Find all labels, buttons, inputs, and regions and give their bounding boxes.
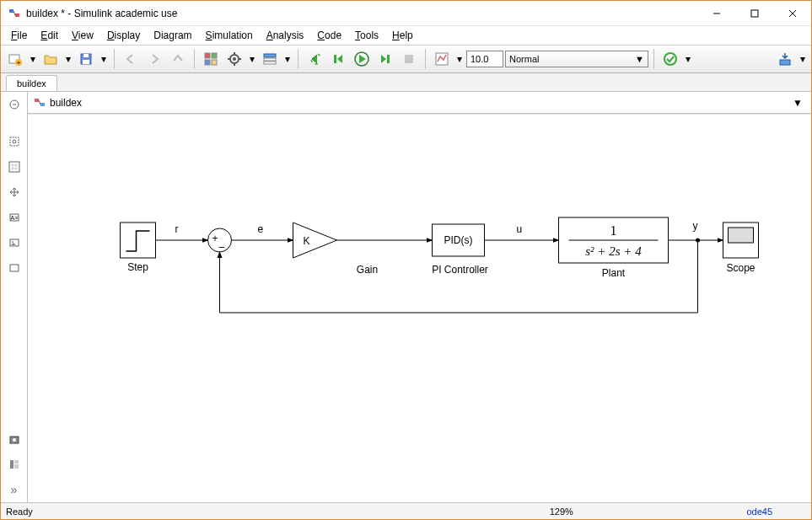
zoom-button[interactable] [5,158,24,176]
open-button[interactable] [40,48,62,70]
stop-time-input[interactable] [466,51,503,67]
step-back-button[interactable] [304,48,325,70]
model-canvas[interactable]: Step + – K Gain PID(s) [28,114,811,502]
nav-hide-button[interactable] [5,95,24,114]
menu-analysis[interactable]: Analysis [260,28,311,43]
svg-rect-36 [9,162,19,172]
area-button[interactable] [5,259,24,277]
minimize-button[interactable] [697,1,735,25]
solver-label[interactable]: ode45 [746,507,772,517]
forward-button[interactable] [143,48,165,70]
svg-text:Scope: Scope [726,262,755,274]
svg-text:+: + [17,59,21,67]
run-button[interactable] [351,48,373,70]
new-dropdown[interactable]: ▾ [28,48,38,70]
maximize-button[interactable] [735,1,773,25]
build-dropdown[interactable]: ▾ [798,48,808,70]
block-pid[interactable]: PID(s) PI Controller [432,224,488,276]
screenshot-button[interactable] [5,430,24,448]
menu-diagram[interactable]: Diagram [147,28,198,43]
breadcrumb-model[interactable]: buildex [50,97,82,109]
save-button[interactable] [75,48,97,70]
explorer-dropdown[interactable]: ▾ [282,48,293,70]
window-controls [697,1,811,25]
menu-view[interactable]: View [65,28,100,43]
svg-rect-23 [264,58,276,61]
svg-text:–: – [219,241,225,253]
block-gain[interactable]: K Gain [293,222,379,276]
svg-rect-10 [83,60,89,64]
svg-text:Gain: Gain [357,264,378,276]
menu-edit[interactable]: Edit [34,28,65,43]
stop-button[interactable] [398,48,420,70]
main-area: A≡ » buildex ▼ [1,92,811,502]
close-button[interactable] [773,1,811,25]
chevron-down-icon: ▾ [285,53,290,65]
svg-rect-1 [15,13,19,17]
svg-text:K: K [303,235,309,247]
app-icon [8,7,21,20]
toolbar: + ▾ ▾ ▾ ▾ ▾ ▾ Normal ▼ ▾ ▾ [1,45,811,73]
svg-rect-49 [121,222,156,258]
library-browser-button[interactable] [200,48,222,70]
svg-rect-13 [212,53,217,58]
model-tab[interactable]: buildex [6,75,57,91]
config-dropdown[interactable]: ▾ [247,48,257,70]
menu-file[interactable]: File [4,28,34,43]
model-explorer-button[interactable] [259,48,281,70]
menu-tools[interactable]: Tools [348,28,385,43]
annotation-button[interactable]: A≡ [5,208,24,227]
svg-text:Plant: Plant [602,267,626,279]
fit-view-button[interactable] [5,132,24,151]
svg-text:y: y [693,220,698,232]
menu-code[interactable]: Code [310,28,348,43]
menu-display[interactable]: Display [100,28,147,43]
step-back-config[interactable] [327,48,349,70]
explorer-bar: A≡ » [1,92,28,502]
step-forward-button[interactable] [374,48,396,70]
svg-rect-41 [10,265,19,271]
svg-rect-0 [9,9,13,13]
block-plant[interactable]: 1 s² + 2s + 4 Plant [559,217,669,279]
new-model-button[interactable]: + [4,48,26,70]
svg-rect-44 [10,460,13,469]
svg-rect-26 [334,55,336,63]
pan-button[interactable] [5,183,24,201]
inspector-dropdown[interactable]: ▾ [454,48,465,70]
open-dropdown[interactable]: ▾ [63,48,73,70]
config-button[interactable] [223,48,245,70]
expand-button[interactable]: » [5,480,24,499]
model-advisor-button[interactable] [659,48,681,70]
svg-text:u: u [517,223,523,235]
up-button[interactable] [167,48,189,70]
toolbar-separator [298,49,298,69]
menu-simulation[interactable]: Simulation [199,28,260,43]
model-browser-button[interactable] [5,455,24,474]
svg-point-31 [664,53,676,65]
svg-text:PID(s): PID(s) [444,234,473,246]
advisor-dropdown[interactable]: ▾ [683,48,693,70]
back-button[interactable] [120,48,142,70]
block-sum[interactable]: + – [208,228,232,253]
svg-point-35 [13,140,16,143]
chevron-down-icon: ▾ [457,53,462,65]
svg-point-17 [233,57,236,61]
svg-rect-24 [264,62,276,64]
breadcrumb-dropdown[interactable]: ▼ [789,97,806,109]
zoom-level[interactable]: 129% [376,507,746,517]
block-scope[interactable]: Scope [723,222,759,274]
model-icon [33,96,46,110]
build-button[interactable] [774,48,796,70]
titlebar: buildex * - Simulink academic use [1,1,811,26]
image-button[interactable] [5,233,24,252]
toolbar-separator [194,49,195,69]
svg-text:e: e [258,223,264,235]
menubar: File Edit View Display Diagram Simulatio… [1,26,811,45]
simulation-mode-select[interactable]: Normal ▼ [505,51,648,67]
block-step[interactable]: Step [121,222,156,273]
save-dropdown[interactable]: ▾ [99,48,109,70]
menu-help[interactable]: Help [385,28,420,43]
diagram-svg: Step + – K Gain PID(s) [28,115,811,502]
data-inspector-button[interactable] [431,48,453,70]
model-viewer: buildex ▼ Step + [28,92,811,502]
